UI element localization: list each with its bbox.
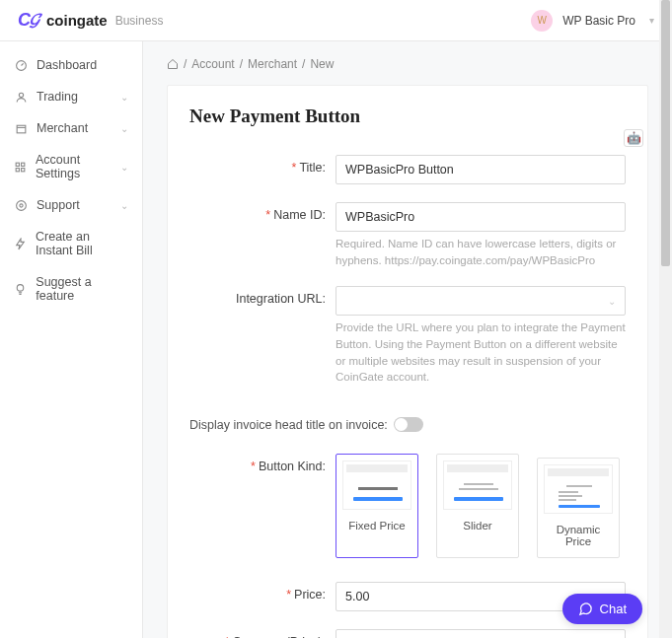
chat-icon bbox=[578, 602, 593, 616]
sidebar-item-label: Merchant bbox=[37, 121, 88, 135]
svg-point-1 bbox=[19, 93, 23, 97]
breadcrumb-merchant[interactable]: Merchant bbox=[248, 57, 297, 71]
integrationurl-select[interactable]: ⌄ bbox=[336, 286, 626, 316]
support-icon bbox=[14, 198, 28, 212]
sidebar-item-label: Trading bbox=[37, 90, 78, 104]
nameid-hint: Required. Name ID can have lowercase let… bbox=[336, 236, 626, 268]
brand-name: coingate bbox=[46, 12, 108, 29]
svg-point-8 bbox=[19, 203, 22, 206]
dashboard-icon bbox=[14, 58, 28, 72]
toggle-label: Display invoice head title on invoice: bbox=[189, 418, 388, 432]
bulb-icon bbox=[14, 282, 27, 296]
sidebar-item-suggest[interactable]: Suggest a feature bbox=[0, 266, 142, 312]
settings-icon bbox=[14, 160, 27, 174]
robot-icon[interactable]: 🤖 bbox=[624, 129, 643, 147]
bolt-icon bbox=[14, 237, 27, 250]
svg-rect-3 bbox=[16, 163, 19, 166]
kind-preview-slider bbox=[443, 461, 512, 510]
username: WP Basic Pro bbox=[562, 14, 635, 28]
sidebar-item-instant-bill[interactable]: Create an Instant Bill bbox=[0, 221, 142, 266]
buttonkind-label: Button Kind: bbox=[259, 460, 326, 473]
svg-rect-5 bbox=[16, 168, 19, 171]
svg-point-9 bbox=[17, 284, 24, 291]
integrationurl-label: Integration URL: bbox=[236, 292, 326, 306]
sidebar-item-trading[interactable]: Trading ⌄ bbox=[0, 81, 142, 112]
kind-preview-dynamic bbox=[544, 464, 613, 514]
kind-name-slider: Slider bbox=[443, 516, 512, 537]
kind-name-dynamic: Dynamic Price bbox=[544, 520, 613, 553]
home-icon[interactable] bbox=[167, 58, 179, 70]
brand-area: C𝓖 coingate Business bbox=[18, 10, 163, 31]
svg-point-7 bbox=[16, 200, 26, 210]
kind-slider[interactable]: Slider bbox=[436, 454, 519, 558]
svg-rect-6 bbox=[22, 168, 25, 171]
scrollbar[interactable] bbox=[659, 0, 672, 638]
main-content: /Account /Merchant /New 🤖 New Payment Bu… bbox=[143, 41, 672, 638]
chat-label: Chat bbox=[600, 602, 627, 616]
sidebar-item-label: Create an Instant Bill bbox=[36, 230, 128, 257]
chevron-down-icon: ⌄ bbox=[120, 123, 128, 134]
user-icon bbox=[14, 90, 28, 104]
title-label: Title: bbox=[299, 161, 326, 175]
user-menu[interactable]: W WP Basic Pro ▾ bbox=[531, 10, 654, 32]
logo-mark: C𝓖 bbox=[18, 10, 37, 31]
scrollbar-thumb[interactable] bbox=[661, 0, 670, 266]
currency-input[interactable] bbox=[336, 629, 626, 638]
title-input[interactable] bbox=[336, 155, 626, 184]
kind-preview-fixed bbox=[342, 461, 411, 510]
chevron-down-icon: ⌄ bbox=[120, 200, 128, 211]
svg-rect-2 bbox=[17, 125, 26, 133]
brand-sub: Business bbox=[115, 14, 164, 28]
chat-button[interactable]: Chat bbox=[562, 594, 642, 624]
sidebar-item-label: Account Settings bbox=[36, 153, 120, 180]
avatar: W bbox=[531, 10, 553, 32]
form-card: 🤖 New Payment Button *Title: *Name ID: R… bbox=[167, 85, 648, 638]
sidebar-item-label: Suggest a feature bbox=[36, 275, 128, 303]
invoice-title-toggle[interactable] bbox=[394, 417, 423, 432]
nameid-label: Name ID: bbox=[273, 208, 326, 222]
breadcrumb-account[interactable]: Account bbox=[191, 57, 234, 71]
page-title: New Payment Button bbox=[189, 106, 626, 127]
price-label: Price: bbox=[294, 588, 326, 602]
sidebar-item-dashboard[interactable]: Dashboard bbox=[0, 49, 142, 81]
kind-dynamic-price[interactable]: Dynamic Price bbox=[537, 458, 620, 558]
svg-rect-4 bbox=[22, 163, 25, 166]
kind-name-fixed: Fixed Price bbox=[342, 516, 411, 537]
kind-fixed-price[interactable]: Fixed Price bbox=[336, 454, 418, 558]
nameid-input[interactable] bbox=[336, 202, 626, 232]
sidebar-item-support[interactable]: Support ⌄ bbox=[0, 189, 142, 221]
breadcrumb-current: New bbox=[310, 57, 334, 71]
sidebar-item-label: Support bbox=[37, 198, 80, 212]
chevron-down-icon: ▾ bbox=[649, 15, 654, 26]
sidebar-item-label: Dashboard bbox=[37, 58, 97, 72]
integrationurl-hint: Provide the URL where you plan to integr… bbox=[336, 319, 626, 386]
topbar: C𝓖 coingate Business W WP Basic Pro ▾ bbox=[0, 0, 672, 41]
sidebar-item-account-settings[interactable]: Account Settings ⌄ bbox=[0, 144, 142, 189]
breadcrumb: /Account /Merchant /New bbox=[167, 57, 648, 71]
merchant-icon bbox=[14, 121, 28, 135]
chevron-down-icon: ⌄ bbox=[120, 162, 128, 173]
sidebar: Dashboard Trading ⌄ Merchant ⌄ Account S… bbox=[0, 41, 143, 638]
chevron-down-icon: ⌄ bbox=[120, 92, 128, 103]
sidebar-item-merchant[interactable]: Merchant ⌄ bbox=[0, 112, 142, 144]
